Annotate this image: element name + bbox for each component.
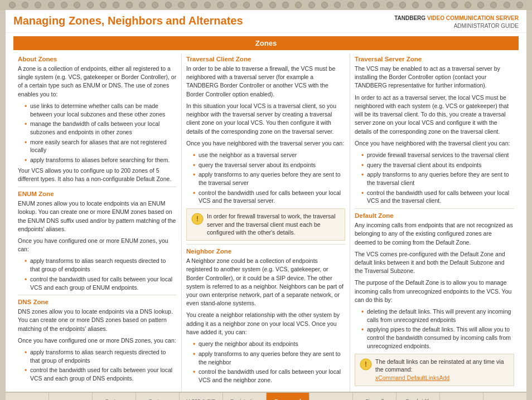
binding-hole xyxy=(256,2,263,8)
warning-icon-2: ! xyxy=(360,358,372,370)
enum-zone-title: ENUM Zone xyxy=(18,191,177,197)
tab-introduction[interactable]: Introduction xyxy=(6,393,49,400)
zones-banner: Zones xyxy=(13,36,519,50)
enum-zone-intro2: Once you have configured one or more ENU… xyxy=(18,237,177,253)
binding-hole xyxy=(465,2,471,8)
tab-appendices[interactable]: Appendices xyxy=(483,393,526,400)
warning-icon: ! xyxy=(191,213,204,225)
binding-hole xyxy=(412,2,419,8)
binding-hole xyxy=(9,2,16,8)
bullet-item: applying pipes to the default links. Thi… xyxy=(361,325,514,350)
bullet-item: apply transforms to any queries before t… xyxy=(193,170,345,187)
tab-firewall-traversal[interactable]: Firewall Traversal xyxy=(353,393,396,400)
tab-system-overview[interactable]: System Overview xyxy=(93,393,136,400)
bullet-item: manage the bandwidth of calls between yo… xyxy=(25,120,177,136)
binding-hole xyxy=(87,2,94,8)
traversal-server-body3: Once you have neighbored with the traver… xyxy=(355,139,514,148)
traversal-server-body2: In order to act as a traversal server, t… xyxy=(355,94,514,136)
traversal-client-body1: In order to be able to traverse a firewa… xyxy=(186,65,345,99)
tab-registration-control[interactable]: Registration Control xyxy=(223,393,267,400)
header-right: TANDBERG VIDEO COMMUNICATION SERVER ADMI… xyxy=(394,14,519,30)
neighbor-zone-bullets: query the neighbor about its endpoints a… xyxy=(193,340,345,384)
tab-zones-neighbors[interactable]: Zones and Neighbors xyxy=(267,393,310,400)
binding-hole xyxy=(243,2,250,8)
middle-column: Traversal Client Zone In order to be abl… xyxy=(182,53,350,392)
traversal-info-text: In order for firewall traversal to work,… xyxy=(207,212,340,237)
product-name: VIDEO COMMUNICATION SERVER xyxy=(427,15,519,21)
neighbor-zone-title: Neighbor Zone xyxy=(186,248,345,255)
binding-hole xyxy=(360,2,367,8)
binding-strip xyxy=(0,0,532,10)
binding-hole xyxy=(504,2,510,8)
binding-hole xyxy=(191,2,197,8)
binding-hole xyxy=(152,2,158,8)
dns-zone-body: DNS zones allow you to locate endpoints … xyxy=(18,308,177,333)
bullet-item: control the bandwidth used for calls bet… xyxy=(193,368,345,384)
traversal-client-title: Traversal Client Zone xyxy=(186,56,345,62)
binding-hole xyxy=(373,2,380,8)
bullet-item: apply transforms to any queries before t… xyxy=(193,350,345,366)
binding-hole xyxy=(282,2,289,8)
page: Managing Zones, Neighbors and Alternates… xyxy=(6,10,526,392)
binding-hole xyxy=(321,2,328,8)
bullet-item: control the bandwidth used for calls bet… xyxy=(25,366,177,382)
page-title: Managing Zones, Neighbors and Alternates xyxy=(13,14,243,27)
right-column: Traversal Server Zone The VCS may be ena… xyxy=(350,53,519,392)
binding-hole xyxy=(204,2,211,8)
binding-hole xyxy=(425,2,432,8)
traversal-server-bullets: provide firewall traversal services to t… xyxy=(361,151,514,205)
binding-hole xyxy=(61,2,67,8)
traversal-client-body2: In this situation your local VCS is a tr… xyxy=(186,102,345,136)
tab-bandwidth-control[interactable]: Bandwidth Control xyxy=(396,393,440,400)
binding-hole xyxy=(490,2,497,8)
binding-hole xyxy=(126,2,133,8)
bullet-item: use links to determine whether calls can… xyxy=(25,102,177,118)
tab-call-processing[interactable]: Call Processing xyxy=(309,393,353,400)
nav-tabs: Introduction Getting Started System Over… xyxy=(6,393,526,400)
content-area: About Zones A zone is a collection of en… xyxy=(13,53,519,392)
default-zone-info-box: ! The default links can be reinstated at… xyxy=(355,354,514,386)
neighbor-zone-body2: You create a neighbor relationship with … xyxy=(186,311,345,336)
bullet-item: control the bandwidth used for calls bet… xyxy=(25,275,177,291)
tab-h323-sip[interactable]: H.323 & SIP Configuration xyxy=(180,393,223,400)
binding-hole xyxy=(477,2,484,8)
bullet-item: apply transforms to aliases before searc… xyxy=(25,156,177,164)
binding-hole xyxy=(269,2,276,8)
binding-hole xyxy=(516,2,523,8)
dns-zone-intro2: Once you have configured one or more DNS… xyxy=(18,336,177,345)
binding-hole xyxy=(165,2,172,8)
bullet-item: apply transforms to alias search request… xyxy=(25,348,177,364)
guide-label: ADMINISTRATOR GUIDE xyxy=(394,22,519,30)
default-zone-body2: The VCS comes pre-configured with the De… xyxy=(355,250,514,276)
tab-maintenance[interactable]: Maintenance xyxy=(440,393,483,400)
bullet-item: control the bandwidth used for calls bet… xyxy=(193,189,345,205)
traversal-client-bullets: use the neighbor as a traversal server q… xyxy=(193,151,345,205)
binding-hole xyxy=(22,2,28,8)
binding-hole xyxy=(113,2,119,8)
default-zone-body3: The purpose of the Default Zone is to al… xyxy=(355,279,514,304)
default-zone-bullets: deleting the default links. This will pr… xyxy=(361,308,514,350)
svg-text:!: ! xyxy=(365,360,367,368)
binding-hole xyxy=(438,2,445,8)
tab-getting-started[interactable]: Getting Started xyxy=(49,393,93,400)
neighbor-zone-body1: A Neighbor zone could be a collection of… xyxy=(186,257,345,308)
traversal-server-title: Traversal Server Zone xyxy=(355,56,514,62)
bullet-item: use the neighbor as a traversal server xyxy=(193,151,345,159)
dns-zone-title: DNS Zone xyxy=(18,299,177,305)
bullet-item: query the neighbor about its endpoints xyxy=(193,340,345,348)
bullet-item: query the traversal server about its end… xyxy=(193,161,345,169)
default-zone-info-text: The default links can be reinstated at a… xyxy=(375,358,509,382)
traversal-server-body1: The VCS may be enabled to act as a trave… xyxy=(355,65,514,90)
bullet-item: query the traversal client about its end… xyxy=(361,161,514,169)
about-zones-bullets: use links to determine whether calls can… xyxy=(25,102,177,164)
svg-text:!: ! xyxy=(196,215,199,223)
binding-hole xyxy=(295,2,302,8)
binding-hole xyxy=(386,2,393,8)
default-zone-title: Default Zone xyxy=(355,212,514,219)
tab-system-configuration[interactable]: System Configuration xyxy=(136,393,180,400)
about-zones-footer: Your VCS allows you to configure up to 2… xyxy=(18,167,177,183)
command-link[interactable]: xCommand DefaultLinksAdd xyxy=(375,374,449,381)
bottom-navigation: Introduction Getting Started System Over… xyxy=(6,392,526,400)
binding-hole xyxy=(48,2,55,8)
brand-name: TANDBERG xyxy=(394,15,425,21)
